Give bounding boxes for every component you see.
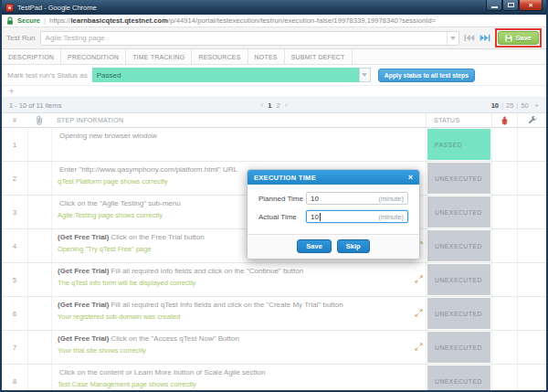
tools-cell[interactable]	[517, 162, 546, 195]
attachment-cell[interactable]	[27, 128, 51, 161]
secure-label: Secure	[17, 16, 40, 25]
close-button[interactable]: ×	[519, 0, 543, 11]
defect-cell[interactable]	[491, 331, 517, 364]
tab-resources[interactable]: RESOURCES	[192, 49, 248, 64]
step-cell[interactable]: Opening new browser window	[51, 128, 426, 161]
modal-header[interactable]: EXECUTION TIME ×	[248, 170, 419, 185]
status-select-arrow[interactable]	[359, 68, 371, 82]
field-value: 10	[311, 195, 319, 203]
attachment-cell[interactable]	[27, 263, 51, 296]
defect-cell[interactable]	[491, 196, 517, 228]
table-row[interactable]: 6 (Get Free Trial)Fill all required qTes…	[2, 297, 546, 331]
pagination-summary: 1 - 10 of 11 items	[9, 101, 260, 110]
tab-description[interactable]: DESCRIPTION	[2, 49, 61, 64]
table-row[interactable]: 7 (Get Free Trial)Click on the "Access q…	[2, 331, 546, 365]
page-size-10-button[interactable]: 10	[491, 101, 499, 110]
test-run-toolbar: Test Run Agile Testing page	[2, 27, 546, 49]
defect-cell[interactable]	[491, 263, 517, 296]
step-description: Enter "http://www.qasymphony.com/platfor…	[59, 165, 237, 174]
status-cell[interactable]: UNEXECUTED	[426, 263, 491, 296]
apply-status-button[interactable]: Apply status to all test steps	[378, 69, 475, 82]
attachment-cell[interactable]	[27, 229, 51, 262]
status-cell[interactable]: UNEXECUTED	[426, 229, 491, 262]
status-cell[interactable]: PASSED	[426, 128, 491, 161]
execution-time-modal: EXECUTION TIME × Planned Time 10(minute)…	[247, 169, 420, 260]
status-badge: UNEXECUTED	[427, 196, 490, 228]
step-number: 4	[2, 229, 27, 262]
tab-submit-defect[interactable]: SUBMIT DEFECT	[285, 49, 353, 64]
tools-cell[interactable]	[517, 297, 546, 330]
step-cell[interactable]: Click on the content or Learn More butto…	[51, 365, 426, 392]
table-row[interactable]: 5 (Get Free Trial)Fill all required Info…	[2, 263, 546, 297]
steps-table-header: # STEP INFORMATION STATUS	[2, 113, 546, 128]
modal-field: Planned Time 10(minute)	[258, 192, 408, 205]
save-button[interactable]: Save	[498, 31, 539, 45]
tools-cell[interactable]	[517, 331, 546, 364]
page-2-button[interactable]: 2	[277, 101, 280, 110]
attachment-cell[interactable]	[27, 297, 51, 330]
add-step-button[interactable]: +	[9, 88, 14, 96]
expected-result: Your trial site shows correctly	[58, 346, 413, 355]
attachment-cell[interactable]	[27, 365, 51, 392]
minimize-button[interactable]	[486, 0, 502, 11]
pagination-bar: 1 - 10 of 11 items ‹12› 10|25|50+	[2, 98, 546, 113]
column-header-step-information: STEP INFORMATION	[51, 117, 426, 123]
tab-notes[interactable]: NOTES	[248, 49, 285, 64]
chevron-down-icon	[362, 73, 367, 77]
modal-save-button[interactable]: Save	[297, 239, 332, 253]
actual-time-input[interactable]: 10(minute)	[306, 210, 408, 223]
status-cell[interactable]: UNEXECUTED	[426, 331, 491, 364]
status-cell[interactable]: UNEXECUTED	[426, 196, 491, 228]
tab-precondition[interactable]: PRECONDITION	[61, 49, 126, 64]
status-cell[interactable]: UNEXECUTED	[426, 162, 491, 195]
page-size-50-button[interactable]: 50	[521, 101, 528, 110]
defect-cell[interactable]	[491, 297, 517, 330]
tools-cell[interactable]	[517, 196, 546, 228]
test-run-dropdown-arrow[interactable]	[447, 32, 458, 45]
table-row[interactable]: 8 Click on the content or Learn More but…	[2, 365, 546, 392]
modal-close-button[interactable]: ×	[408, 174, 413, 182]
previous-test-run-button[interactable]	[464, 34, 475, 42]
table-row[interactable]: 1 Opening new browser window PASSED	[2, 128, 546, 162]
step-cell[interactable]: (Get Free Trial)Fill all required qTest …	[51, 297, 426, 330]
step-description: Opening new browser window	[59, 132, 157, 140]
chevron-down-icon	[450, 37, 456, 40]
status-cell[interactable]: UNEXECUTED	[426, 365, 491, 392]
tools-cell[interactable]	[517, 229, 546, 262]
attachment-cell[interactable]	[27, 162, 51, 195]
step-cell[interactable]: (Get Free Trial)Click on the "Access qTe…	[51, 331, 426, 364]
tab-time-tracking[interactable]: TIME TRACKING	[126, 49, 192, 64]
chrome-app-icon	[5, 4, 14, 12]
maximize-button[interactable]	[502, 0, 519, 11]
status-select[interactable]: Passed	[92, 68, 371, 82]
modal-skip-button[interactable]: Skip	[337, 239, 370, 253]
test-run-label: Test Run	[6, 34, 36, 42]
status-badge: UNEXECUTED	[427, 332, 490, 363]
defect-cell[interactable]	[491, 128, 517, 161]
attachment-cell[interactable]	[27, 196, 51, 228]
tools-cell[interactable]	[517, 263, 546, 296]
status-cell[interactable]: UNEXECUTED	[426, 297, 491, 330]
tools-cell[interactable]	[517, 128, 546, 161]
next-test-run-button[interactable]	[480, 34, 490, 42]
defect-cell[interactable]	[491, 365, 517, 392]
modal-field: Actual Time 10(minute)	[258, 210, 408, 223]
expected-result: The qTest info form will be displayed co…	[58, 279, 413, 287]
pager-prev-button[interactable]: ‹	[260, 101, 263, 110]
tab-label: SUBMIT DEFECT	[291, 54, 345, 60]
defect-cell[interactable]	[491, 162, 517, 195]
test-step-call-icon	[415, 275, 423, 283]
defect-cell[interactable]	[491, 229, 517, 262]
attachment-cell[interactable]	[27, 331, 51, 364]
planned-time-input[interactable]: 10(minute)	[306, 192, 408, 205]
browser-address-bar[interactable]: Secure | https://learnbasicqtest.qtestne…	[2, 15, 546, 27]
tools-cell[interactable]	[517, 365, 546, 392]
page-size-25-button[interactable]: 25	[506, 101, 513, 110]
page-1-button[interactable]: 1	[268, 101, 271, 110]
pagination-more-button[interactable]: +	[535, 101, 539, 110]
test-run-selector[interactable]: Agile Testing page	[40, 31, 460, 46]
step-cell[interactable]: (Get Free Trial)Fill all required Info f…	[51, 263, 426, 296]
expected-result: Your registered sub-domain was created	[58, 313, 413, 321]
window-titlebar: TestPad - Google Chrome ×	[2, 0, 546, 15]
tools-column-header	[517, 113, 546, 127]
